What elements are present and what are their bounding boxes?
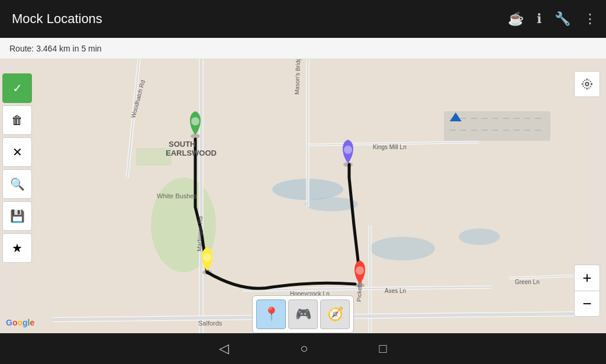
svg-text:Axes Ln: Axes Ln [385, 288, 406, 294]
svg-text:Marlingon Rd: Marlingon Rd [196, 216, 204, 252]
zoom-controls: + − [574, 265, 600, 317]
compass-button[interactable]: 🧭 [320, 299, 350, 329]
clear-button[interactable]: ✕ [2, 137, 32, 167]
svg-text:Salfords: Salfords [198, 320, 223, 327]
locate-button[interactable] [574, 71, 600, 97]
info-icon[interactable]: ℹ [537, 11, 541, 27]
gamepad-button[interactable]: 🎮 [288, 299, 318, 329]
svg-point-46 [356, 266, 364, 275]
favorite-button[interactable]: ★ [2, 233, 32, 263]
system-nav-bar: ◁ ○ □ [0, 333, 606, 364]
google-logo: Google [6, 318, 34, 327]
svg-rect-23 [444, 111, 550, 141]
confirm-button[interactable]: ✓ [2, 73, 32, 103]
coffee-icon[interactable]: ☕ [508, 11, 524, 27]
svg-point-42 [344, 146, 352, 154]
map-svg: Woodhatch Rd Mason's Bridge Rd Marlingon… [0, 59, 606, 333]
wrench-icon[interactable]: 🔧 [555, 11, 570, 27]
save-button[interactable]: 💾 [2, 201, 32, 231]
delete-button[interactable]: 🗑 [2, 105, 32, 135]
overflow-menu-icon[interactable]: ⋮ [584, 11, 597, 27]
zoom-out-button[interactable]: − [574, 291, 600, 317]
svg-text:Green Ln: Green Ln [515, 279, 540, 285]
map-view[interactable]: Woodhatch Rd Mason's Bridge Rd Marlingon… [0, 59, 606, 333]
svg-point-47 [585, 82, 589, 86]
search-button[interactable]: 🔍 [2, 169, 32, 199]
recent-apps-button[interactable]: □ [379, 341, 387, 356]
top-app-bar: Mock Locations ☕ ℹ 🔧 ⋮ [0, 0, 606, 38]
app-title: Mock Locations [12, 11, 508, 27]
svg-text:White Bushes: White Bushes [157, 192, 197, 199]
route-text: Route: 3.464 km in 5 min [9, 44, 102, 53]
svg-point-44 [203, 253, 211, 262]
topbar-actions: ☕ ℹ 🔧 ⋮ [508, 11, 597, 27]
svg-point-3 [370, 237, 435, 260]
home-button[interactable]: ○ [300, 341, 308, 356]
back-button[interactable]: ◁ [219, 341, 229, 356]
mode-toolbar: 📍 🎮 🧭 [252, 295, 354, 333]
svg-text:SOUTH: SOUTH [169, 140, 196, 149]
zoom-in-button[interactable]: + [574, 265, 600, 291]
location-mode-button[interactable]: 📍 [256, 299, 286, 329]
svg-text:EARLSWOOD: EARLSWOOD [166, 149, 217, 157]
google-logo-g: G [6, 318, 12, 327]
svg-point-4 [459, 228, 500, 245]
svg-text:Kings Mill Ln: Kings Mill Ln [373, 144, 407, 150]
route-info-bar: Route: 3.464 km in 5 min [0, 38, 606, 59]
svg-point-48 [583, 80, 592, 89]
left-toolbar: ✓ 🗑 ✕ 🔍 💾 ★ [0, 71, 36, 265]
svg-point-40 [191, 117, 199, 125]
